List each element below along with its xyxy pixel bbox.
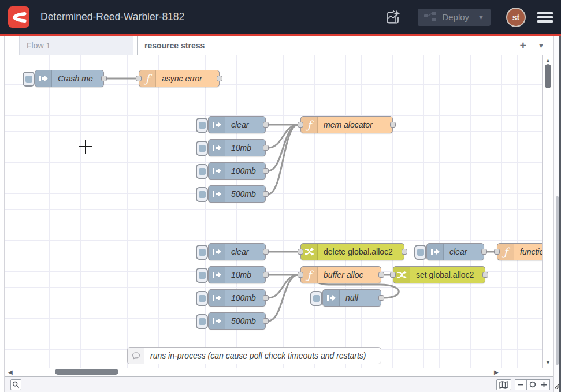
node-500mb-1[interactable]: 500mb	[208, 185, 266, 203]
node-delete-global-alloc2[interactable]: delete global.alloc2	[300, 243, 404, 260]
tab-label: resource stress	[144, 41, 205, 50]
output-port[interactable]	[263, 168, 269, 174]
inject-trigger-button[interactable]	[23, 72, 35, 87]
output-port[interactable]	[263, 272, 269, 278]
node-null[interactable]: null	[322, 289, 381, 307]
scroll-up-icon[interactable]: ▲	[543, 58, 553, 64]
menu-icon[interactable]	[537, 10, 553, 24]
inject-trigger-button[interactable]	[196, 245, 208, 260]
node-label: set global.alloc2	[410, 270, 474, 279]
deploy-caret-icon[interactable]: ▼	[478, 14, 484, 21]
navigator-button[interactable]	[496, 379, 511, 390]
node-mem-alocator[interactable]: ƒmem alocator	[300, 116, 393, 133]
input-port[interactable]	[298, 249, 303, 255]
inject-arrow-icon	[212, 120, 222, 129]
deploy-label: Deploy	[442, 12, 469, 22]
flow-canvas[interactable]: Crash meƒasync errorclear10mb100mb500mbƒ…	[5, 55, 553, 368]
inject-trigger-button[interactable]	[196, 141, 208, 156]
output-port[interactable]	[263, 145, 269, 151]
inject-trigger-button[interactable]	[196, 268, 208, 283]
inject-arrow-icon	[39, 74, 49, 83]
output-port[interactable]	[263, 295, 269, 301]
tab-resource-stress[interactable]: resource stress	[137, 36, 252, 55]
node-set-global-alloc2[interactable]: set global.alloc2	[393, 266, 485, 283]
zoom-out-button[interactable]	[515, 379, 527, 390]
deploy-button[interactable]: Deploy ▼	[418, 9, 491, 26]
inject-trigger-button[interactable]	[196, 164, 208, 179]
node-buffer-alloc[interactable]: ƒbuffer alloc	[300, 266, 381, 283]
assistant-sparkle-icon[interactable]	[383, 8, 403, 27]
node-icon	[209, 313, 225, 329]
resize-grip-icon[interactable]	[555, 381, 560, 391]
search-icon	[12, 381, 20, 389]
horizontal-scroll-thumb[interactable]	[55, 369, 118, 375]
output-port[interactable]	[378, 295, 384, 301]
user-avatar[interactable]: st	[506, 8, 526, 27]
node-clear-1[interactable]: clear	[208, 116, 266, 133]
flow-list-caret-icon[interactable]: ▼	[538, 42, 544, 49]
node-crash-me[interactable]: Crash me	[35, 70, 104, 87]
node-icon	[209, 117, 225, 133]
output-port[interactable]	[378, 272, 384, 278]
map-icon	[499, 381, 508, 389]
output-port[interactable]	[263, 318, 269, 324]
input-port[interactable]	[390, 272, 396, 278]
output-port[interactable]	[263, 249, 269, 255]
output-port[interactable]	[263, 122, 269, 128]
search-flows-button[interactable]	[10, 379, 21, 390]
node-label: buffer alloc	[318, 270, 363, 279]
mouse-crosshair	[79, 140, 92, 154]
inject-trigger-button[interactable]	[414, 245, 426, 260]
editor-footer	[5, 376, 553, 392]
node-label: runs in-process (can cause poll check ti…	[144, 351, 366, 360]
output-port[interactable]	[482, 272, 488, 278]
input-port[interactable]	[136, 76, 142, 81]
node-10mb-1[interactable]: 10mb	[208, 139, 266, 156]
output-port[interactable]	[402, 249, 407, 255]
inject-trigger-button[interactable]	[310, 291, 322, 306]
inject-trigger-button[interactable]	[196, 314, 208, 329]
node-clear-3[interactable]: clear	[426, 243, 484, 260]
canvas-horizontal-scrollbar[interactable]: ◀ ▶	[5, 368, 553, 376]
scroll-left-icon[interactable]: ◀	[8, 369, 13, 375]
node-red-logo-icon	[8, 6, 29, 28]
scroll-down-icon[interactable]: ▼	[543, 360, 553, 365]
window-scroll-thumb[interactable]	[556, 196, 559, 365]
inject-trigger-button[interactable]	[196, 118, 208, 133]
node-icon	[209, 267, 225, 283]
node-comment[interactable]: runs in-process (can cause poll check ti…	[127, 347, 381, 364]
canvas-vertical-scrollbar[interactable]: ▲ ▼	[542, 55, 553, 368]
inject-trigger-button[interactable]	[196, 187, 208, 202]
node-label: clear	[444, 247, 467, 256]
output-port[interactable]	[390, 122, 396, 128]
tab-flow-1[interactable]: Flow 1	[19, 36, 133, 55]
vertical-scroll-thumb[interactable]	[545, 64, 551, 88]
node-icon: ƒ	[139, 70, 156, 87]
add-flow-icon[interactable]: +	[519, 40, 526, 51]
input-port[interactable]	[298, 122, 303, 128]
inject-trigger-button[interactable]	[196, 291, 208, 306]
node-10mb-2[interactable]: 10mb	[208, 266, 266, 283]
zoom-reset-button[interactable]	[526, 379, 538, 390]
zoom-in-button[interactable]	[538, 379, 550, 390]
output-port[interactable]	[481, 249, 487, 255]
node-clear-2[interactable]: clear	[208, 243, 266, 260]
scroll-right-icon[interactable]: ▶	[494, 369, 499, 375]
output-port[interactable]	[217, 76, 222, 81]
wires-layer	[5, 55, 553, 368]
node-async-error[interactable]: ƒasync error	[139, 70, 220, 87]
node-label: mem alocator	[318, 120, 373, 129]
function-f-icon: ƒ	[503, 247, 507, 257]
node-label: 100mb	[225, 293, 256, 303]
wire-100mb-2-to-buffer-alloc[interactable]	[268, 275, 298, 298]
input-port[interactable]	[494, 249, 500, 255]
node-100mb-1[interactable]: 100mb	[208, 162, 266, 180]
output-port[interactable]	[263, 191, 269, 197]
input-port[interactable]	[298, 272, 303, 278]
inject-arrow-icon	[212, 166, 222, 176]
node-100mb-2[interactable]: 100mb	[208, 289, 266, 307]
node-500mb-2[interactable]: 500mb	[208, 312, 266, 330]
change-shuffle-icon	[397, 270, 407, 279]
window-scrollbar[interactable]	[553, 36, 561, 392]
output-port[interactable]	[101, 76, 107, 81]
